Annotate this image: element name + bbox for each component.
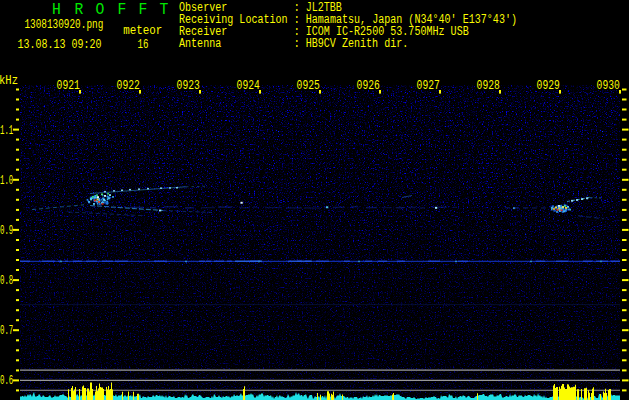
svg-text:H: H <box>52 1 61 19</box>
svg-text:1308130920.png: 1308130920.png <box>24 18 103 32</box>
svg-text:0922: 0922 <box>117 79 140 93</box>
svg-text:1.0: 1.0 <box>0 174 13 188</box>
svg-text:0923: 0923 <box>177 79 200 93</box>
svg-text:0928: 0928 <box>477 79 500 93</box>
svg-text:Antenna : HB9CV Zen: Antenna : HB9CV Zenith dir. <box>179 37 408 51</box>
svg-text:O: O <box>96 1 105 19</box>
svg-text:0929: 0929 <box>537 79 560 93</box>
svg-text:0924: 0924 <box>237 79 260 93</box>
svg-text:13.08.13 09:20: 13.08.13 09:20 <box>17 38 101 52</box>
svg-text:F: F <box>117 1 126 19</box>
svg-text:F: F <box>138 1 147 19</box>
svg-text:0.8: 0.8 <box>0 274 13 288</box>
svg-text:0.6: 0.6 <box>0 374 13 388</box>
svg-text:0.9: 0.9 <box>0 224 13 238</box>
svg-text:0930: 0930 <box>597 79 620 93</box>
svg-text:meteor: meteor <box>123 24 162 38</box>
svg-text:T: T <box>159 1 168 19</box>
svg-text:0927: 0927 <box>417 79 440 93</box>
svg-text:16: 16 <box>138 38 149 52</box>
svg-text:0921: 0921 <box>57 79 80 93</box>
svg-text:0925: 0925 <box>297 79 320 93</box>
svg-text:R: R <box>75 1 84 19</box>
svg-text:0926: 0926 <box>357 79 380 93</box>
svg-text:1.1: 1.1 <box>0 124 13 138</box>
svg-text:kHz: kHz <box>0 74 18 88</box>
svg-text:0.7: 0.7 <box>0 324 13 338</box>
